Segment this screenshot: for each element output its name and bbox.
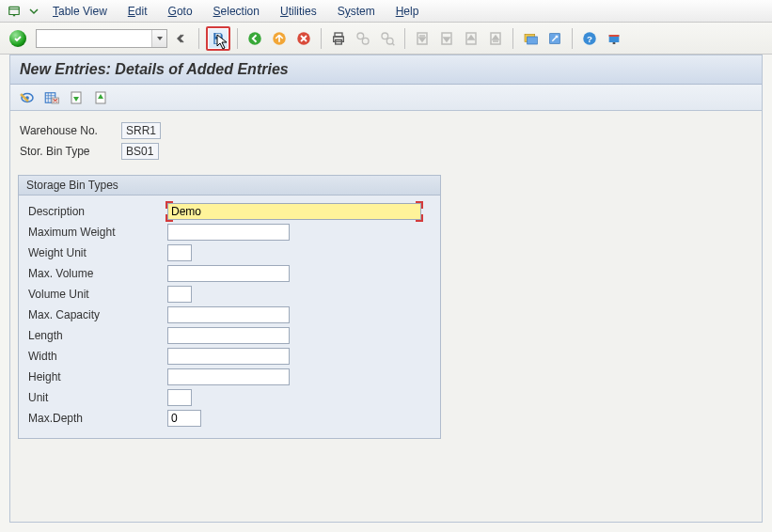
warehouse-no-label: Warehouse No. — [18, 124, 121, 137]
focus-corner-icon — [165, 201, 173, 209]
max-capacity-label: Max. Capacity — [26, 308, 167, 321]
storage-bin-types-panel: Storage Bin Types Description Maximum We… — [18, 175, 441, 439]
volume-unit-input[interactable] — [167, 286, 192, 303]
svg-point-11 — [382, 33, 388, 39]
toolbar-separator — [321, 28, 322, 49]
cancel-button[interactable] — [293, 28, 314, 49]
menu-selection[interactable]: Selection — [204, 2, 269, 21]
panel-title: Storage Bin Types — [19, 176, 440, 196]
description-input[interactable] — [167, 203, 421, 220]
command-dropdown-icon[interactable] — [151, 30, 166, 47]
description-label: Description — [26, 205, 167, 218]
shortcut-button[interactable] — [544, 28, 565, 49]
svg-point-3 — [248, 32, 261, 45]
svg-rect-24 — [613, 42, 616, 44]
focus-corner-icon — [416, 201, 423, 209]
warehouse-no-value: SRR1 — [121, 122, 161, 139]
bin-type-label: Stor. Bin Type — [18, 145, 121, 158]
menu-system[interactable]: System — [328, 2, 385, 21]
back-button[interactable] — [244, 28, 265, 49]
first-page-button — [412, 28, 433, 49]
max-volume-label: Max. Volume — [26, 267, 167, 280]
max-depth-label: Max.Depth — [26, 412, 167, 425]
svg-point-12 — [386, 38, 393, 44]
bin-type-value: BS01 — [121, 143, 159, 160]
command-field[interactable] — [36, 29, 167, 48]
delete-entry-button[interactable] — [42, 88, 61, 107]
focus-corner-icon — [416, 214, 423, 222]
menu-table-view[interactable]: Table View — [43, 2, 117, 21]
help-button[interactable]: ? — [579, 28, 600, 49]
next-page-button — [461, 28, 481, 49]
height-input[interactable] — [167, 368, 290, 385]
exit-button[interactable] — [269, 28, 290, 49]
toolbar-separator — [237, 28, 238, 49]
enter-icon[interactable] — [9, 30, 26, 47]
length-input[interactable] — [167, 327, 290, 344]
toolbar-separator — [512, 28, 513, 49]
print-button[interactable] — [328, 28, 349, 49]
max-weight-label: Maximum Weight — [26, 226, 167, 239]
menu-utilities[interactable]: Utilities — [271, 2, 326, 21]
svg-point-10 — [362, 38, 369, 44]
weight-unit-input[interactable] — [167, 244, 192, 261]
layout-button[interactable] — [604, 28, 624, 49]
menu-dropdown-icon[interactable] — [26, 4, 41, 19]
svg-point-9 — [357, 33, 364, 39]
svg-text:?: ? — [587, 33, 592, 43]
svg-rect-0 — [9, 7, 20, 14]
toolbar-separator — [404, 28, 405, 49]
toolbar-separator — [198, 28, 199, 49]
length-label: Length — [26, 329, 167, 342]
change-mode-button[interactable] — [18, 88, 37, 107]
content-area: New Entries: Details of Added Entries Wa… — [9, 55, 763, 523]
find-button — [353, 28, 373, 49]
new-session-button[interactable] — [520, 28, 541, 49]
max-volume-input[interactable] — [167, 265, 290, 282]
menu-goto[interactable]: Goto — [159, 2, 202, 21]
height-label: Height — [26, 370, 167, 383]
menu-edit[interactable]: Edit — [118, 2, 157, 21]
toolbar-separator — [572, 28, 573, 49]
svg-rect-18 — [528, 37, 538, 44]
max-weight-input[interactable] — [167, 224, 290, 241]
volume-unit-label: Volume Unit — [26, 288, 167, 301]
max-capacity-input[interactable] — [167, 306, 290, 323]
unit-input[interactable] — [167, 389, 192, 406]
system-menu-icon[interactable] — [6, 3, 23, 20]
width-input[interactable] — [167, 348, 290, 365]
header-fields: Warehouse No. SRR1 Stor. Bin Type BS01 — [10, 111, 762, 167]
command-input[interactable] — [37, 30, 151, 47]
width-label: Width — [26, 350, 167, 363]
standard-toolbar: ? — [0, 23, 772, 55]
prev-entry-button[interactable] — [67, 88, 86, 107]
next-entry-button[interactable] — [91, 88, 110, 107]
focus-corner-icon — [165, 214, 173, 222]
svg-rect-23 — [609, 35, 620, 37]
menu-help[interactable]: Help — [386, 2, 429, 21]
cursor-icon — [216, 34, 229, 51]
menu-bar: Table View Edit Goto Selection Utilities… — [0, 0, 772, 23]
prev-page-button — [436, 28, 457, 49]
save-button[interactable] — [206, 26, 230, 51]
last-page-button — [485, 28, 506, 49]
unit-label: Unit — [26, 391, 167, 404]
weight-unit-label: Weight Unit — [26, 246, 167, 259]
application-toolbar — [10, 85, 762, 111]
page-title: New Entries: Details of Added Entries — [10, 55, 762, 85]
max-depth-input[interactable] — [167, 410, 201, 427]
find-next-button — [377, 28, 398, 49]
collapse-icon[interactable] — [171, 28, 192, 49]
